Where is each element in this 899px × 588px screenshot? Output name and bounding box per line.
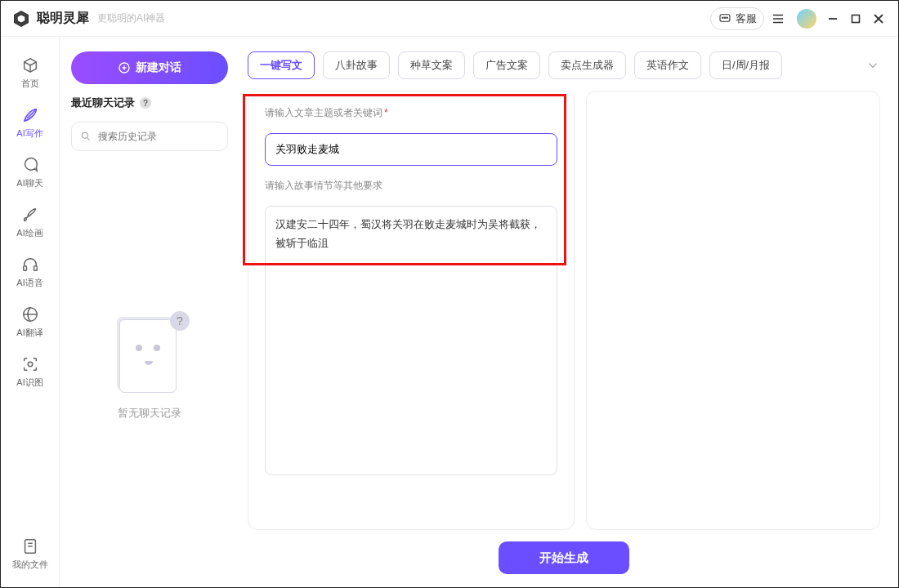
rail-label: AI翻译 <box>16 327 42 339</box>
svg-point-3 <box>722 17 723 18</box>
headphones-icon <box>21 256 39 274</box>
maximize-icon <box>851 14 861 24</box>
empty-label: 暂无聊天记录 <box>118 406 181 421</box>
tab-quick-write[interactable]: 一键写文 <box>248 51 315 79</box>
rail-item-chat[interactable]: AI聊天 <box>1 148 60 198</box>
rail-label: AI识图 <box>16 376 42 389</box>
chevron-down-icon <box>865 58 880 73</box>
support-button[interactable]: 客服 <box>710 7 764 30</box>
svg-point-5 <box>727 17 727 18</box>
rail-item-vision[interactable]: AI识图 <box>1 347 60 397</box>
app-logo-icon <box>12 10 30 28</box>
rail-label: AI语音 <box>16 277 42 289</box>
rail-label: 我的文件 <box>12 559 48 571</box>
tab-selling-points[interactable]: 卖点生成器 <box>548 51 626 79</box>
svg-line-15 <box>30 62 36 65</box>
svg-point-21 <box>28 362 33 367</box>
app-title: 聪明灵犀 <box>37 10 89 27</box>
document-icon <box>21 537 39 555</box>
close-icon <box>873 13 884 24</box>
svg-rect-10 <box>852 15 860 22</box>
svg-marker-1 <box>17 14 25 23</box>
rail-item-voice[interactable]: AI语音 <box>1 247 60 297</box>
rail-label: AI写作 <box>16 127 42 140</box>
tab-report[interactable]: 日/周/月报 <box>709 51 782 79</box>
details-label: 请输入故事情节等其他要求 <box>265 179 557 193</box>
rail-item-home[interactable]: 首页 <box>1 48 60 98</box>
speech-icon <box>21 156 39 174</box>
output-pane <box>586 91 880 530</box>
rail-item-write[interactable]: AI写作 <box>1 98 60 148</box>
new-chat-label: 新建对话 <box>136 60 181 75</box>
history-search[interactable] <box>71 122 228 151</box>
window-close-button[interactable] <box>867 7 890 30</box>
titlebar: 聪明灵犀 更聪明的AI神器 客服 <box>1 1 898 37</box>
main-area: 一键写文 八卦故事 种草文案 广告文案 卖点生成器 英语作文 日/周/月报 请输… <box>239 37 898 587</box>
svg-point-4 <box>724 17 725 18</box>
side-rail: 首页 AI写作 AI聊天 AI绘画 AI语音 AI翻译 AI识图 我 <box>1 37 60 587</box>
translate-icon <box>21 305 39 323</box>
rail-item-files[interactable]: 我的文件 <box>1 529 60 579</box>
history-search-input[interactable] <box>98 131 221 142</box>
help-icon[interactable]: ? <box>140 97 151 109</box>
template-tabs: 一键写文 八卦故事 种草文案 广告文案 卖点生成器 英语作文 日/周/月报 <box>248 51 880 79</box>
menu-button[interactable] <box>764 8 792 29</box>
brush-icon <box>21 206 39 224</box>
window-minimize-button[interactable] <box>821 7 844 30</box>
rail-item-translate[interactable]: AI翻译 <box>1 297 60 347</box>
tab-seed-copy[interactable]: 种草文案 <box>398 51 465 79</box>
tabs-expand-button[interactable] <box>865 58 880 73</box>
tab-ad-copy[interactable]: 广告文案 <box>473 51 540 79</box>
svg-line-29 <box>87 137 89 140</box>
generate-button[interactable]: 开始生成 <box>499 541 629 574</box>
plus-circle-icon <box>118 61 131 74</box>
topic-input[interactable] <box>265 133 557 166</box>
rail-label: AI聊天 <box>16 177 42 189</box>
history-empty-state: ? 暂无聊天记录 <box>71 163 228 572</box>
svg-point-28 <box>82 132 87 138</box>
generate-label: 开始生成 <box>539 550 588 566</box>
tab-english-essay[interactable]: 英语作文 <box>634 51 701 79</box>
hamburger-icon <box>771 11 785 26</box>
cube-icon <box>21 56 39 74</box>
recent-history-header: 最近聊天记录 ? <box>71 96 228 110</box>
details-textarea[interactable] <box>265 206 557 475</box>
svg-rect-18 <box>23 266 26 271</box>
user-avatar[interactable] <box>797 9 816 29</box>
new-chat-button[interactable]: 新建对话 <box>71 51 228 84</box>
tab-gossip-story[interactable]: 八卦故事 <box>323 51 390 79</box>
chat-bubble-icon <box>718 11 732 26</box>
svg-rect-19 <box>34 266 37 271</box>
topic-label: 请输入文章主题或者关键词* <box>265 106 557 120</box>
search-icon <box>80 131 92 142</box>
feather-icon <box>21 106 39 124</box>
scan-icon <box>21 355 39 373</box>
history-column: 新建对话 最近聊天记录 ? ? 暂无聊天记录 <box>60 37 239 587</box>
app-tagline: 更聪明的AI神器 <box>97 11 165 25</box>
minimize-icon <box>827 13 839 24</box>
input-form-pane: 请输入文章主题或者关键词* 请输入故事情节等其他要求 <box>248 91 575 530</box>
support-label: 客服 <box>736 11 757 26</box>
recent-title: 最近聊天记录 <box>71 96 135 110</box>
rail-label: AI绘画 <box>16 227 42 239</box>
window-maximize-button[interactable] <box>844 7 867 30</box>
rail-label: 首页 <box>21 78 39 90</box>
svg-line-14 <box>24 62 29 65</box>
required-marker: * <box>384 107 388 118</box>
empty-illustration-icon: ? <box>113 314 186 396</box>
rail-item-draw[interactable]: AI绘画 <box>1 198 60 247</box>
